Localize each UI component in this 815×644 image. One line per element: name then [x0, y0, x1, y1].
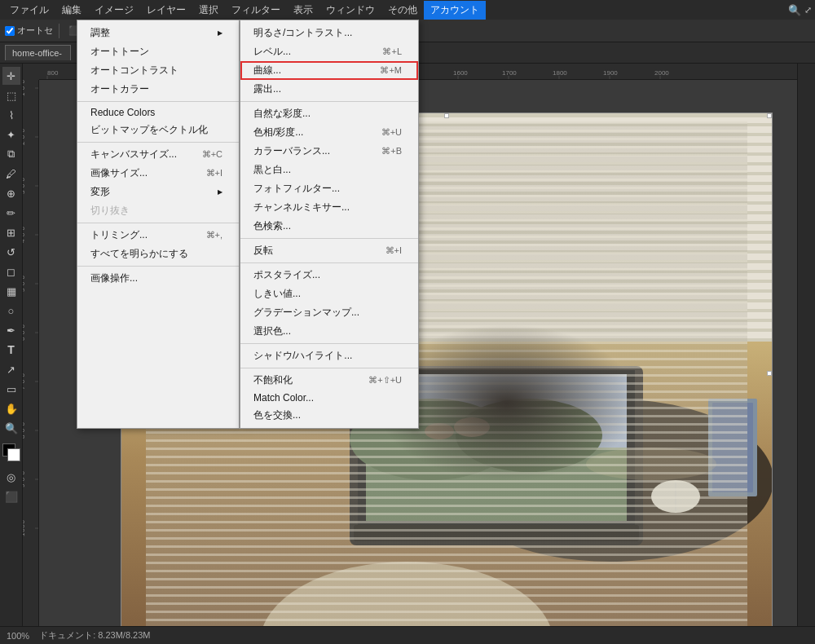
dropdown-overlay: 調整 オートトーン オートコントラスト オートカラー Reduce Colors… [77, 20, 419, 429]
menu-reducecolors[interactable]: Reduce Colors [77, 104, 239, 121]
tool-stamp[interactable]: ⊞ [2, 223, 20, 241]
submenu-hsl-shortcut: ⌘+U [381, 127, 402, 138]
autosave-checkbox[interactable]: オートセ [5, 24, 53, 37]
adjust-submenu-panel: 明るさ/コントラスト... レベル... ⌘+L 曲線... ⌘+M 露出...… [240, 20, 419, 429]
submenu-colorbalance[interactable]: カラーバランス... ⌘+B [240, 142, 418, 161]
submenu-replacecolor-label: 色を交換... [253, 408, 301, 422]
menu-filter[interactable]: フィルター [225, 1, 287, 20]
submenu-hsl[interactable]: 色相/彩度... ⌘+U [240, 123, 418, 142]
submenu-colorsearch[interactable]: 色検索... [240, 217, 418, 236]
tool-zoom[interactable]: 🔍 [2, 419, 20, 437]
tool-eraser[interactable]: ◻ [2, 262, 20, 280]
menu-edit[interactable]: 編集 [55, 1, 88, 20]
svg-rect-59 [407, 221, 773, 224]
foreground-color[interactable] [2, 443, 20, 461]
submenu-channelmixer-label: チャンネルミキサー... [253, 201, 350, 214]
menu-autocolor[interactable]: オートカラー [77, 80, 239, 99]
menu-window[interactable]: ウィンドウ [319, 1, 381, 20]
menu-imageops-label: 画像操作... [90, 271, 138, 285]
menu-select[interactable]: 選択 [192, 1, 225, 20]
tool-marquee[interactable]: ⬚ [2, 86, 20, 104]
tool-move[interactable]: ✛ [2, 67, 20, 85]
ruler-corner [23, 64, 39, 80]
tool-text[interactable]: T [2, 341, 20, 359]
submenu-exposure[interactable]: 露出... [240, 80, 418, 99]
menu-view[interactable]: 表示 [287, 1, 319, 20]
submenu-gradientmap-label: グラデーションマップ... [253, 306, 359, 320]
menu-transform[interactable]: 変形 [77, 183, 239, 201]
submenu-photofilter-label: フォトフィルター... [253, 182, 340, 196]
sep2 [77, 142, 239, 143]
menu-autocontrast[interactable]: オートコントラスト [77, 61, 239, 80]
tool-pen[interactable]: ✒ [2, 321, 20, 339]
tool-hand[interactable]: ✋ [2, 399, 20, 417]
submenu-invert[interactable]: 反転 ⌘+I [240, 241, 418, 260]
menu-file[interactable]: ファイル [3, 1, 55, 20]
menu-adjust[interactable]: 調整 [77, 24, 239, 42]
menu-trim-label: トリミング... [90, 228, 148, 242]
svg-text:700: 700 [23, 373, 26, 390]
svg-rect-69 [407, 319, 773, 322]
submenu-threshold[interactable]: しきい値... [240, 285, 418, 303]
svg-rect-61 [407, 240, 773, 244]
svg-rect-52 [407, 152, 773, 156]
menu-account[interactable]: アカウント [424, 1, 486, 20]
tool-dodge[interactable]: ○ [2, 302, 20, 320]
menu-image[interactable]: イメージ [88, 1, 140, 20]
submenu-brightness[interactable]: 明るさ/コントラスト... [240, 24, 418, 42]
handle-mr [767, 371, 772, 376]
menu-autotone[interactable]: オートトーン [77, 42, 239, 61]
menu-bitmapvector[interactable]: ビットマップをベクトル化 [77, 121, 239, 139]
tool-screen[interactable]: ⬛ [2, 487, 20, 505]
tool-lasso[interactable]: ⌇ [2, 106, 20, 124]
submenu-threshold-label: しきい値... [253, 287, 301, 301]
tool-shape[interactable]: ▭ [2, 380, 20, 398]
menu-trim[interactable]: トリミング... ⌘+, [77, 226, 239, 245]
menu-bar: ファイル 編集 イメージ レイヤー 選択 フィルター 表示 ウィンドウ その他 … [0, 0, 815, 20]
tool-mask[interactable]: ◎ [2, 468, 20, 486]
submenu-photofilter[interactable]: フォトフィルター... [240, 179, 418, 198]
submenu-shadowhighlight[interactable]: シャドウ/ハイライト... [240, 346, 418, 365]
svg-rect-70 [407, 329, 773, 332]
tool-eyedropper[interactable]: 🖊 [2, 165, 20, 183]
submenu-channelmixer[interactable]: チャンネルミキサー... [240, 198, 418, 217]
document-tab[interactable]: home-office- [5, 45, 71, 60]
menu-other[interactable]: その他 [381, 1, 424, 20]
autosave-label: オートセ [17, 24, 53, 37]
submenu-replacecolor[interactable]: 色を交換... [240, 406, 418, 425]
tool-crop[interactable]: ⧉ [2, 145, 20, 163]
submenu-selectivecolor-label: 選択色... [253, 324, 291, 338]
menu-imagesize[interactable]: 画像サイズ... ⌘+I [77, 164, 239, 183]
tool-spot-heal[interactable]: ⊕ [2, 184, 20, 202]
tool-gradient[interactable]: ▦ [2, 282, 20, 300]
submenu-curves[interactable]: 曲線... ⌘+M [240, 61, 418, 80]
submenu-gradientmap[interactable]: グラデーションマップ... [240, 303, 418, 322]
menu-layer[interactable]: レイヤー [140, 1, 192, 20]
handle-tc [444, 113, 449, 118]
submenu-vibrance[interactable]: 自然な彩度... [240, 104, 418, 123]
tools-panel: ✛ ⬚ ⌇ ✦ ⧉ 🖊 ⊕ ✏ ⊞ ↺ ◻ ▦ ○ ✒ T ↗ ▭ ✋ 🔍 ◎ … [0, 64, 23, 626]
submenu-matchcolor[interactable]: Match Color... [240, 390, 418, 406]
search-icon: 🔍 [788, 4, 801, 16]
submenu-desaturate[interactable]: 不飽和化 ⌘+⇧+U [240, 371, 418, 390]
svg-rect-68 [407, 309, 773, 312]
menu-autotone-label: オートトーン [90, 45, 149, 59]
svg-rect-51 [407, 143, 773, 146]
submenu-bw[interactable]: 黒と白... [240, 161, 418, 179]
submenu-levels[interactable]: レベル... ⌘+L [240, 42, 418, 61]
submenu-posterize[interactable]: ポスタライズ... [240, 266, 418, 285]
submenu-selectivecolor[interactable]: 選択色... [240, 322, 418, 341]
tool-magic-wand[interactable]: ✦ [2, 126, 20, 143]
tool-brush[interactable]: ✏ [2, 204, 20, 222]
submenu-colorsearch-label: 色検索... [253, 219, 291, 233]
menu-imageops[interactable]: 画像操作... [77, 269, 239, 288]
tool-path-select[interactable]: ↗ [2, 360, 20, 378]
autosave-check-input[interactable] [5, 26, 15, 36]
sep3 [77, 223, 239, 223]
menu-canvassize[interactable]: キャンバスサイズ... ⌘+C [77, 145, 239, 164]
svg-rect-53 [407, 162, 773, 165]
svg-point-75 [447, 399, 773, 562]
tool-history-brush[interactable]: ↺ [2, 243, 20, 261]
menu-revealall[interactable]: すべてを明らかにする [77, 245, 239, 263]
svg-rect-63 [407, 260, 773, 263]
